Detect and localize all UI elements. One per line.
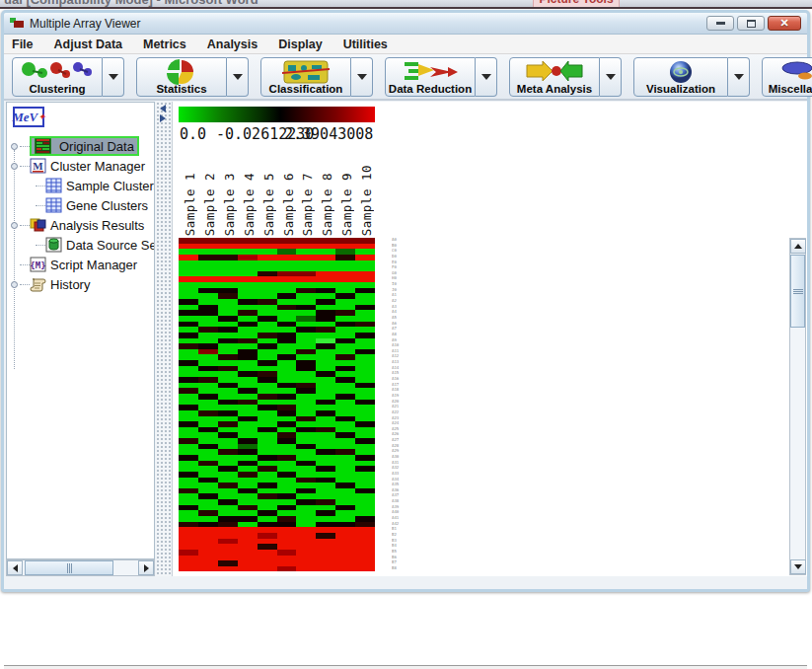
- chevron-down-icon: [109, 74, 118, 80]
- column-header: Sample 3: [222, 173, 237, 236]
- column-header: Sample 10: [359, 165, 374, 236]
- multiple-array-viewer-window: Multiple Array Viewer ✕ File Adjust Data…: [1, 10, 810, 592]
- heatmap-viewer-panel: 0.0 -0.02612230 2.39043008 Sample 1Sampl…: [172, 102, 807, 576]
- classification-dropdown[interactable]: [351, 57, 373, 97]
- tree-item-label: Data Source Se: [66, 238, 155, 253]
- word-title-fragment: ual [Compatibility Mode] - Microsoft Wor…: [4, 0, 258, 7]
- history-scroll-icon: [30, 276, 46, 292]
- chevron-down-icon: [481, 74, 491, 80]
- column-header: Sample 6: [281, 173, 296, 236]
- legend-values: 0.0 -0.02612230 2.39043008: [173, 125, 587, 143]
- legend-min-value: 0.0: [180, 125, 206, 143]
- table-grid-icon: [45, 197, 62, 213]
- column-header: Sample 8: [320, 173, 334, 236]
- statistics-dropdown[interactable]: [227, 57, 249, 97]
- split-pane-divider[interactable]: [156, 102, 172, 576]
- navigation-tree-panel: MeV✦ Original Data M Cluster Manager: [6, 102, 155, 559]
- tree-item-analysis-results[interactable]: Analysis Results: [7, 215, 154, 235]
- heatmap-row[interactable]: [179, 566, 375, 572]
- picture-tools-tab[interactable]: Picture Tools: [533, 0, 620, 8]
- tree-item-label: Gene Clusters: [66, 198, 148, 213]
- expand-handle[interactable]: [11, 281, 18, 288]
- data-source-icon: [45, 237, 62, 253]
- tree-item-data-source-selection[interactable]: Data Source Se: [7, 235, 154, 255]
- meta-analysis-button[interactable]: Meta Analysis: [509, 57, 600, 97]
- chevron-down-icon: [734, 74, 744, 80]
- arrow-up-icon: [794, 244, 802, 249]
- background-word-window: ual [Compatibility Mode] - Microsoft Wor…: [0, 0, 812, 9]
- scrollbar-thumb[interactable]: [25, 560, 113, 575]
- toolbar: Clustering Statistics Classification: [4, 54, 807, 101]
- scroll-down-button[interactable]: [790, 559, 806, 574]
- scroll-right-button[interactable]: [138, 560, 154, 575]
- app-icon: [10, 18, 24, 30]
- clustering-button[interactable]: Clustering: [12, 57, 103, 97]
- chevron-down-icon: [606, 74, 616, 80]
- data-reduction-dropdown[interactable]: [476, 57, 497, 97]
- tree: Original Data M Cluster Manager Sample C…: [7, 130, 154, 294]
- chevron-down-icon: [233, 74, 243, 80]
- collapse-right-icon[interactable]: [160, 114, 166, 122]
- arrow-right-icon: [144, 564, 149, 572]
- scroll-left-button[interactable]: [7, 560, 23, 575]
- menu-display[interactable]: Display: [278, 37, 322, 51]
- svg-text:{M}: {M}: [30, 260, 45, 270]
- meta-analysis-dropdown[interactable]: [600, 57, 622, 97]
- menu-adjust-data[interactable]: Adjust Data: [54, 37, 122, 51]
- gene-row-labels: A0B0C0D0E0F0G0H0I0J0A1A2A3A4A5A6A7A8A9A1…: [392, 238, 411, 571]
- menu-analysis[interactable]: Analysis: [207, 37, 258, 51]
- close-button[interactable]: ✕: [768, 16, 801, 31]
- visualization-button[interactable]: Visualization: [633, 57, 728, 97]
- classification-label: Classification: [261, 83, 350, 95]
- svg-text:M: M: [33, 160, 43, 172]
- clustering-dropdown[interactable]: [103, 57, 124, 97]
- menu-utilities[interactable]: Utilities: [343, 37, 388, 51]
- minimize-button[interactable]: [706, 16, 734, 31]
- data-reduction-button[interactable]: Data Reduction: [385, 57, 476, 97]
- legend-max-value: 2.39043008: [284, 125, 373, 143]
- visualization-dropdown[interactable]: [728, 57, 750, 97]
- close-icon: ✕: [779, 18, 788, 29]
- menu-file[interactable]: File: [12, 37, 34, 51]
- vertical-scrollbar[interactable]: [789, 238, 806, 575]
- tree-item-history[interactable]: History: [7, 274, 154, 294]
- tree-item-sample-clusters[interactable]: Sample Clusters: [7, 176, 154, 195]
- miscellaneous-button[interactable]: Miscellaneous: [762, 57, 812, 97]
- scroll-up-button[interactable]: [790, 239, 806, 254]
- column-header: Sample 1: [183, 173, 197, 236]
- content-area: MeV✦ Original Data M Cluster Manager: [4, 102, 807, 576]
- table-grid-icon: [45, 178, 62, 193]
- column-header: Sample 5: [261, 173, 276, 236]
- collapse-left-icon[interactable]: [160, 105, 166, 112]
- maximize-icon: [747, 20, 756, 28]
- column-header: Sample 4: [242, 173, 257, 236]
- sample-column-headers: Sample 1Sample 2Sample 3Sample 4Sample 5…: [179, 147, 375, 236]
- expression-heatmap[interactable]: [179, 238, 375, 571]
- tree-item-label: Original Data: [59, 139, 134, 154]
- window-title: Multiple Array Viewer: [30, 17, 141, 31]
- tree-item-cluster-manager[interactable]: M Cluster Manager: [7, 156, 154, 176]
- tree-item-original-data[interactable]: Original Data: [7, 136, 154, 156]
- classification-button[interactable]: Classification: [260, 57, 351, 97]
- maximize-button[interactable]: [737, 16, 765, 31]
- meta-analysis-label: Meta Analysis: [510, 83, 599, 95]
- expand-handle[interactable]: [11, 222, 18, 229]
- column-header: Sample 7: [300, 173, 315, 236]
- statistics-label: Statistics: [137, 83, 226, 95]
- menu-metrics[interactable]: Metrics: [143, 37, 186, 51]
- heatmap-icon: [35, 138, 51, 154]
- tree-item-script-manager[interactable]: {M} Script Manager: [7, 255, 154, 274]
- visualization-label: Visualization: [634, 83, 727, 95]
- arrow-left-icon: [13, 564, 18, 572]
- chevron-down-icon: [357, 74, 367, 80]
- menu-bar: File Adjust Data Metrics Analysis Displa…: [4, 35, 807, 54]
- tree-horizontal-scrollbar[interactable]: [6, 559, 155, 576]
- data-reduction-label: Data Reduction: [386, 83, 475, 95]
- status-bar: MultiExperiment Viewer: [4, 665, 807, 669]
- statistics-button[interactable]: Statistics: [136, 57, 227, 97]
- title-bar[interactable]: Multiple Array Viewer ✕: [4, 13, 807, 35]
- expand-handle[interactable]: [11, 143, 18, 150]
- tree-item-gene-clusters[interactable]: Gene Clusters: [7, 195, 154, 215]
- scrollbar-thumb[interactable]: [790, 255, 805, 328]
- expand-handle[interactable]: [11, 163, 18, 170]
